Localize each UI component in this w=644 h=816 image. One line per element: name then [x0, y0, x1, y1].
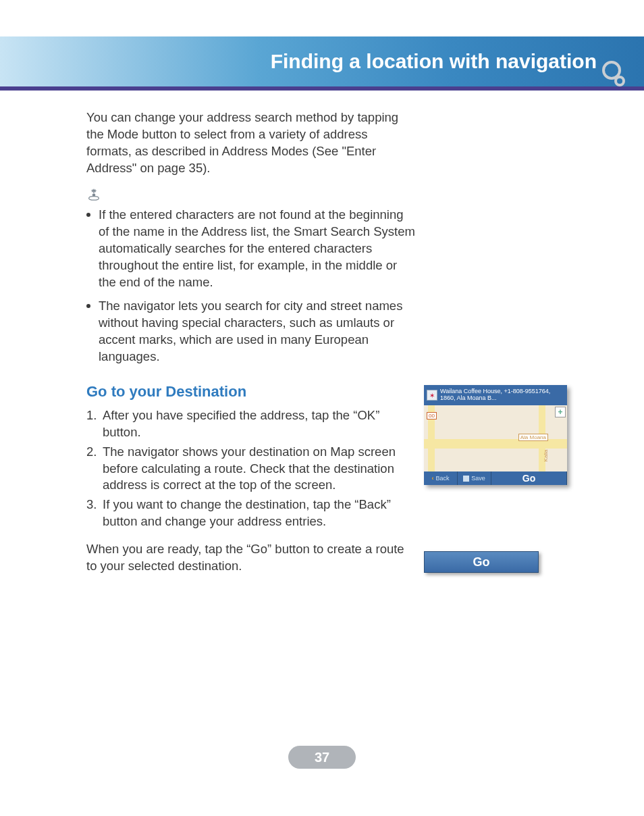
go-button[interactable]: Go	[491, 471, 567, 485]
route-shield-icon: 00	[427, 412, 437, 419]
corner-ornament-icon	[602, 61, 629, 88]
map-header: ✶ Wailana Coffee House, +1-808-9551764, …	[424, 385, 567, 405]
save-button[interactable]: Save	[458, 471, 491, 485]
go-button-figure[interactable]: Go	[424, 551, 539, 573]
step-1: After you have specified the address, ta…	[86, 407, 416, 441]
page-number: 37	[288, 746, 356, 769]
map-footer: Back Save Go	[424, 471, 567, 485]
intro-paragraph: You can change your address search metho…	[86, 109, 416, 177]
header-rule	[0, 86, 644, 91]
back-button[interactable]: Back	[424, 471, 458, 485]
main-content: You can change your address search metho…	[86, 109, 416, 584]
section-heading: Go to your Destination	[86, 383, 416, 401]
closing-paragraph: When you are ready, tap the “Go” button …	[86, 541, 416, 575]
zoom-in-button[interactable]: +	[555, 407, 566, 417]
svg-point-1	[92, 193, 96, 197]
map-area: + 00 Ala Moana Kalia	[424, 405, 567, 471]
note-bullet-2: The navigator lets you search for city a…	[86, 298, 416, 365]
svg-point-0	[89, 197, 99, 201]
steps-list: After you have specified the address, ta…	[86, 407, 416, 531]
save-label: Save	[471, 475, 485, 482]
signal-icon: ✶	[427, 390, 437, 401]
map-screenshot: ✶ Wailana Coffee House, +1-808-9551764, …	[424, 385, 567, 485]
street-label: Kalia	[543, 450, 549, 462]
page-title: Finding a location with navigation	[271, 50, 597, 73]
note-icon	[86, 186, 101, 201]
title-bar: Finding a location with navigation	[0, 36, 644, 86]
disk-icon	[463, 476, 469, 482]
step-3: If you want to change the destination, t…	[86, 496, 416, 530]
map-address: Wailana Coffee House, +1-808-9551764, 18…	[440, 388, 564, 402]
street-label: Ala Moana	[518, 434, 548, 441]
note-bullet-1: If the entered characters are not found …	[86, 207, 416, 291]
step-2: The navigator shows your destination on …	[86, 444, 416, 494]
note-bullets: If the entered characters are not found …	[86, 207, 416, 365]
